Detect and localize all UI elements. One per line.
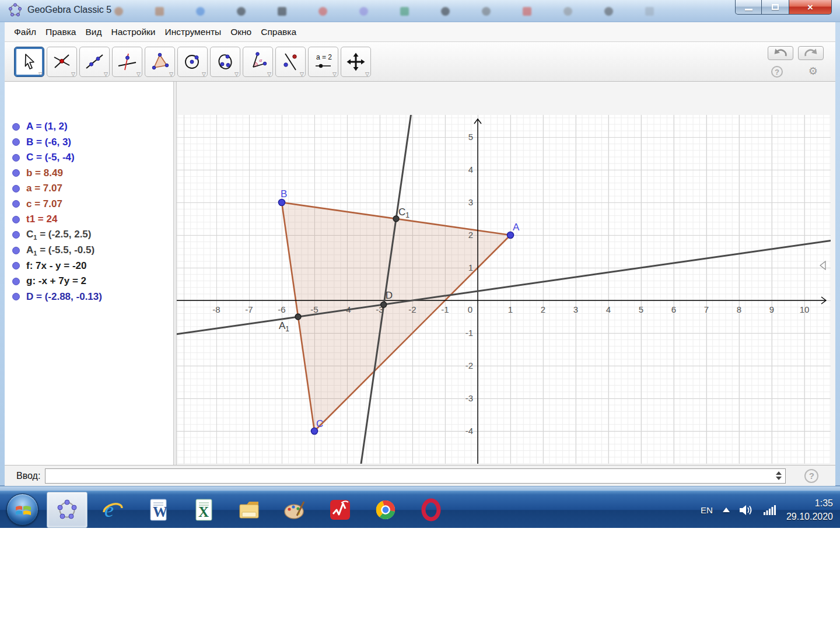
redo-button[interactable]	[798, 46, 824, 60]
object-visibility-bullet[interactable]	[12, 200, 20, 208]
algebra-item-f[interactable]: f: 7x - y = -20	[5, 258, 173, 274]
start-button[interactable]	[6, 494, 38, 526]
tool-dropdown-icon[interactable]: ▽	[300, 71, 304, 77]
circle-tool[interactable]: ▽	[177, 47, 208, 77]
taskbar-app-chrome[interactable]	[365, 492, 406, 528]
minimize-button[interactable]	[735, 0, 762, 15]
object-visibility-bullet[interactable]	[12, 247, 20, 254]
tool-dropdown-icon[interactable]: ▽	[38, 71, 43, 77]
background-tab-icon	[359, 7, 368, 16]
special-line-tool[interactable]: ▽	[112, 47, 142, 77]
tool-dropdown-icon[interactable]: ▽	[169, 71, 173, 77]
algebra-item-C1[interactable]: C1 = (-2.5, 2.5)	[5, 228, 173, 243]
algebra-item-C[interactable]: C = (-5, -4)	[5, 150, 173, 166]
x-tick-label: 4	[606, 304, 611, 314]
point-B	[278, 199, 285, 205]
taskbar-app-word[interactable]: W	[138, 492, 178, 528]
taskbar-app-geogebra[interactable]	[47, 492, 88, 528]
algebra-item-D[interactable]: D = (-2.88, -0.13)	[5, 289, 173, 305]
algebra-item-b[interactable]: b = 8.49	[5, 166, 173, 181]
move-tool[interactable]: ▽	[14, 47, 44, 77]
close-button[interactable]: ×	[789, 0, 832, 15]
object-visibility-bullet[interactable]	[12, 154, 20, 162]
taskbar-app-explorer-folder[interactable]	[229, 492, 270, 528]
taskbar-app-red-messenger[interactable]	[320, 492, 360, 528]
clock[interactable]: 1:35 29.10.2020	[786, 496, 833, 523]
input-help-button[interactable]: ?	[804, 469, 818, 483]
x-tick-label: -8	[212, 304, 220, 314]
angle-tool[interactable]: α▽	[243, 47, 273, 77]
hidden-icons-arrow[interactable]	[723, 508, 730, 512]
settings-gear-button[interactable]: ⚙	[808, 65, 818, 78]
background-tab-icon	[196, 7, 205, 16]
close-icon: ×	[807, 2, 813, 12]
y-tick-label: 5	[468, 132, 473, 142]
menu-item-вид[interactable]: Вид	[80, 24, 106, 40]
network-signal-icon[interactable]	[764, 505, 776, 515]
menu-item-окно[interactable]: Окно	[226, 24, 256, 40]
object-visibility-bullet[interactable]	[12, 185, 20, 192]
menu-item-правка[interactable]: Правка	[41, 24, 80, 40]
algebra-item-t1[interactable]: t1 = 24	[5, 212, 173, 228]
algebra-item-A[interactable]: A = (1, 2)	[5, 119, 173, 135]
tool-dropdown-icon[interactable]: ▽	[235, 71, 239, 77]
input-history-spinner[interactable]	[776, 471, 782, 480]
background-tab-icon	[441, 7, 450, 16]
slider-tool[interactable]: a = 2▽	[308, 47, 338, 77]
taskbar: eWX EN 1:35 29.10.2020	[0, 491, 840, 528]
tool-dropdown-icon[interactable]: ▽	[104, 71, 108, 77]
language-indicator[interactable]: EN	[701, 505, 713, 515]
volume-icon[interactable]	[740, 505, 754, 516]
menu-item-настройки[interactable]: Настройки	[107, 24, 160, 40]
line-tool[interactable]: ▽	[79, 47, 110, 77]
x-tick-label: 5	[639, 304, 643, 314]
tool-dropdown-icon[interactable]: ▽	[71, 71, 75, 77]
object-visibility-bullet[interactable]	[12, 216, 20, 223]
redo-icon	[804, 48, 818, 58]
taskbar-app-internet-explorer[interactable]: e	[92, 492, 133, 528]
splitter-collapse-arrow-icon[interactable]	[820, 261, 825, 270]
tool-dropdown-icon[interactable]: ▽	[202, 71, 206, 77]
background-tab-icon	[523, 7, 531, 16]
tool-dropdown-icon[interactable]: ▽	[332, 71, 337, 77]
graphics-canvas[interactable]: -8-7-6-5-4-3-2-11234567891054321-1-2-3-4…	[177, 115, 831, 464]
menu-item-справка[interactable]: Справка	[256, 24, 301, 40]
menu-item-инструменты[interactable]: Инструменты	[160, 24, 226, 40]
object-visibility-bullet[interactable]	[12, 262, 20, 270]
algebra-item-A1[interactable]: A1 = (-5.5, -0.5)	[5, 243, 173, 258]
tool-dropdown-icon[interactable]: ▽	[267, 71, 271, 77]
point-tool[interactable]: ▽	[47, 47, 77, 77]
object-visibility-bullet[interactable]	[12, 169, 20, 177]
object-visibility-bullet[interactable]	[12, 278, 20, 285]
algebra-item-c[interactable]: c = 7.07	[5, 197, 173, 212]
command-input[interactable]	[45, 468, 786, 484]
x-tick-label: 6	[671, 304, 676, 314]
tool-dropdown-icon[interactable]: ▽	[365, 71, 369, 77]
tool-dropdown-icon[interactable]: ▽	[136, 71, 141, 77]
algebra-item-B[interactable]: B = (-6, 3)	[5, 135, 173, 150]
move-cursor-icon	[19, 52, 39, 72]
algebra-item-a[interactable]: a = 7.07	[5, 181, 173, 197]
undo-button[interactable]	[768, 46, 793, 60]
algebra-item-g[interactable]: g: -x + 7y = 2	[5, 274, 173, 289]
titlebar[interactable]: GeoGebra Classic 5 ×	[0, 0, 840, 22]
polygon-tool[interactable]: ▽	[145, 47, 175, 77]
object-visibility-bullet[interactable]	[12, 123, 20, 131]
maximize-button[interactable]	[762, 0, 789, 15]
window-border-left	[0, 22, 5, 486]
menu-item-файл[interactable]: Файл	[9, 24, 41, 40]
object-visibility-bullet[interactable]	[12, 231, 20, 239]
object-visibility-bullet[interactable]	[12, 138, 20, 146]
angle-icon: α	[248, 52, 268, 72]
help-button[interactable]: ?	[771, 66, 783, 78]
conic-tool[interactable]: ▽	[210, 47, 240, 77]
taskbar-app-paint[interactable]	[274, 492, 315, 528]
object-visibility-bullet[interactable]	[12, 293, 20, 300]
taskbar-app-excel[interactable]: X	[183, 492, 224, 528]
move-canvas-tool[interactable]: ▽	[341, 47, 371, 77]
background-tab-icon	[318, 7, 327, 16]
desktop: GeoGebra Classic 5 × ФайлПравкаВидНастро…	[0, 0, 840, 630]
background-browser-tabs	[114, 4, 698, 19]
taskbar-app-opera[interactable]	[411, 492, 452, 528]
transform-tool[interactable]: ▽	[275, 47, 306, 77]
